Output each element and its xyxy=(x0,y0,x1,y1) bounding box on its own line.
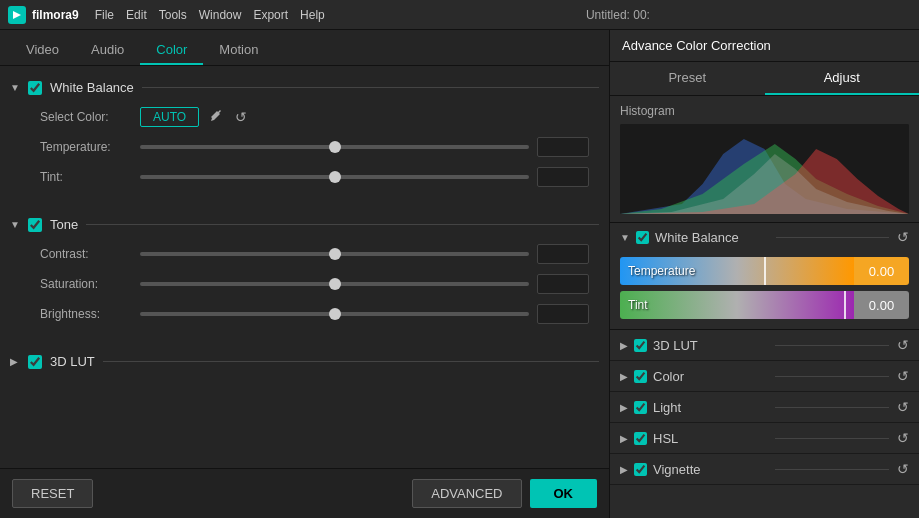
r-checkbox-item-3d-lut[interactable] xyxy=(634,339,647,352)
row-brightness: Brightness: 0 xyxy=(40,304,589,324)
checkbox-white-balance[interactable] xyxy=(28,81,42,95)
r-reset-color[interactable]: ↺ xyxy=(897,368,909,384)
r-item-divider-3d-lut xyxy=(775,345,889,346)
r-chevron-white-balance: ▼ xyxy=(620,232,630,243)
value-contrast[interactable]: 0 xyxy=(537,244,589,264)
section-title-white-balance: White Balance xyxy=(50,80,134,95)
temperature-bar[interactable]: Temperature 0.00 xyxy=(620,257,909,285)
r-item-color[interactable]: ▶ Color ↺ xyxy=(610,361,919,392)
menu-window[interactable]: Window xyxy=(199,8,242,22)
tab-motion[interactable]: Motion xyxy=(203,36,274,65)
menu-file[interactable]: File xyxy=(95,8,114,22)
r-items-list: ▶ 3D LUT ↺ ▶ Color ↺ ▶ Light ↺ ▶ xyxy=(610,330,919,485)
label-brightness: Brightness: xyxy=(40,307,140,321)
tint-bar[interactable]: Tint 0.00 xyxy=(620,291,909,319)
row-select-color: Select Color: AUTO ↺ xyxy=(40,107,589,127)
r-item-divider-color xyxy=(775,376,889,377)
ok-button[interactable]: OK xyxy=(530,479,598,508)
value-brightness[interactable]: 0 xyxy=(537,304,589,324)
r-item-divider-vignette xyxy=(775,469,889,470)
row-contrast: Contrast: 0 xyxy=(40,244,589,264)
menu-edit[interactable]: Edit xyxy=(126,8,147,22)
r-reset-vignette[interactable]: ↺ xyxy=(897,461,909,477)
slider-temperature[interactable] xyxy=(140,145,529,149)
chevron-3d-lut: ▶ xyxy=(10,356,24,367)
chevron-white-balance: ▼ xyxy=(10,82,24,93)
r-chevron-color: ▶ xyxy=(620,371,628,382)
label-saturation: Saturation: xyxy=(40,277,140,291)
controls-contrast: 0 xyxy=(140,244,589,264)
checkbox-3d-lut[interactable] xyxy=(28,355,42,369)
menu-help[interactable]: Help xyxy=(300,8,325,22)
chevron-tone: ▼ xyxy=(10,219,24,230)
r-checkbox-white-balance[interactable] xyxy=(636,231,649,244)
tab-adjust[interactable]: Adjust xyxy=(765,62,920,95)
r-reset-white-balance[interactable]: ↺ xyxy=(897,229,909,245)
auto-button[interactable]: AUTO xyxy=(140,107,199,127)
r-item-divider-hsl xyxy=(775,438,889,439)
divider-tone xyxy=(86,224,599,225)
controls-temperature: 0.00 xyxy=(140,137,589,157)
r-checkbox-item-hsl[interactable] xyxy=(634,432,647,445)
tab-audio[interactable]: Audio xyxy=(75,36,140,65)
r-item-hsl[interactable]: ▶ HSL ↺ xyxy=(610,423,919,454)
r-checkbox-item-vignette[interactable] xyxy=(634,463,647,476)
label-contrast: Contrast: xyxy=(40,247,140,261)
r-item-3d-lut[interactable]: ▶ 3D LUT ↺ xyxy=(610,330,919,361)
slider-tint[interactable] xyxy=(140,175,529,179)
right-panel-tabs: Preset Adjust xyxy=(610,62,919,96)
r-item-vignette[interactable]: ▶ Vignette ↺ xyxy=(610,454,919,485)
section-title-3d-lut: 3D LUT xyxy=(50,354,95,369)
slider-brightness[interactable] xyxy=(140,312,529,316)
row-temperature: Temperature: 0.00 xyxy=(40,137,589,157)
right-panel: Advance Color Correction Preset Adjust H… xyxy=(610,30,919,518)
r-checkbox-item-color[interactable] xyxy=(634,370,647,383)
r-section-header-white-balance[interactable]: ▼ White Balance ↺ xyxy=(610,223,919,251)
right-panel-title: Advance Color Correction xyxy=(622,38,771,53)
section-white-balance: ▼ White Balance Select Color: AUTO xyxy=(0,74,609,207)
tab-color[interactable]: Color xyxy=(140,36,203,65)
advanced-button[interactable]: ADVANCED xyxy=(412,479,521,508)
slider-contrast[interactable] xyxy=(140,252,529,256)
menu-tools[interactable]: Tools xyxy=(159,8,187,22)
tint-thumb xyxy=(844,291,846,319)
section-header-tone[interactable]: ▼ Tone xyxy=(0,211,609,238)
slider-saturation[interactable] xyxy=(140,282,529,286)
histogram-section: Histogram xyxy=(610,96,919,223)
r-reset-light[interactable]: ↺ xyxy=(897,399,909,415)
right-buttons: ADVANCED OK xyxy=(412,479,597,508)
r-label-vignette: Vignette xyxy=(653,462,767,477)
tab-video[interactable]: Video xyxy=(10,36,75,65)
r-label-hsl: HSL xyxy=(653,431,767,446)
tint-value[interactable]: 0.00 xyxy=(854,291,909,319)
temperature-value[interactable]: 0.00 xyxy=(854,257,909,285)
controls-select-color: AUTO ↺ xyxy=(140,107,589,127)
value-temperature[interactable]: 0.00 xyxy=(537,137,589,157)
tab-bar: Video Audio Color Motion xyxy=(0,30,609,66)
temperature-label: Temperature xyxy=(628,264,846,278)
tab-preset[interactable]: Preset xyxy=(610,62,765,95)
r-item-light[interactable]: ▶ Light ↺ xyxy=(610,392,919,423)
temperature-gradient: Temperature xyxy=(620,257,854,285)
eyedropper-icon[interactable] xyxy=(207,109,225,126)
r-label-light: Light xyxy=(653,400,767,415)
value-saturation[interactable]: 0 xyxy=(537,274,589,294)
panel-scroll: ▼ White Balance Select Color: AUTO xyxy=(0,66,609,468)
r-reset-3d-lut[interactable]: ↺ xyxy=(897,337,909,353)
r-chevron-light: ▶ xyxy=(620,402,628,413)
r-checkbox-item-light[interactable] xyxy=(634,401,647,414)
menu-export[interactable]: Export xyxy=(253,8,288,22)
r-reset-hsl[interactable]: ↺ xyxy=(897,430,909,446)
reset-color-icon[interactable]: ↺ xyxy=(233,109,249,125)
controls-tint: 0.00 xyxy=(140,167,589,187)
value-tint[interactable]: 0.00 xyxy=(537,167,589,187)
r-item-divider-light xyxy=(775,407,889,408)
controls-saturation: 0 xyxy=(140,274,589,294)
checkbox-tone[interactable] xyxy=(28,218,42,232)
title-bar: filmora9 File Edit Tools Window Export H… xyxy=(0,0,919,30)
section-title-tone: Tone xyxy=(50,217,78,232)
row-tint: Tint: 0.00 xyxy=(40,167,589,187)
section-header-white-balance[interactable]: ▼ White Balance xyxy=(0,74,609,101)
reset-button[interactable]: RESET xyxy=(12,479,93,508)
section-header-3d-lut[interactable]: ▶ 3D LUT xyxy=(0,348,609,375)
